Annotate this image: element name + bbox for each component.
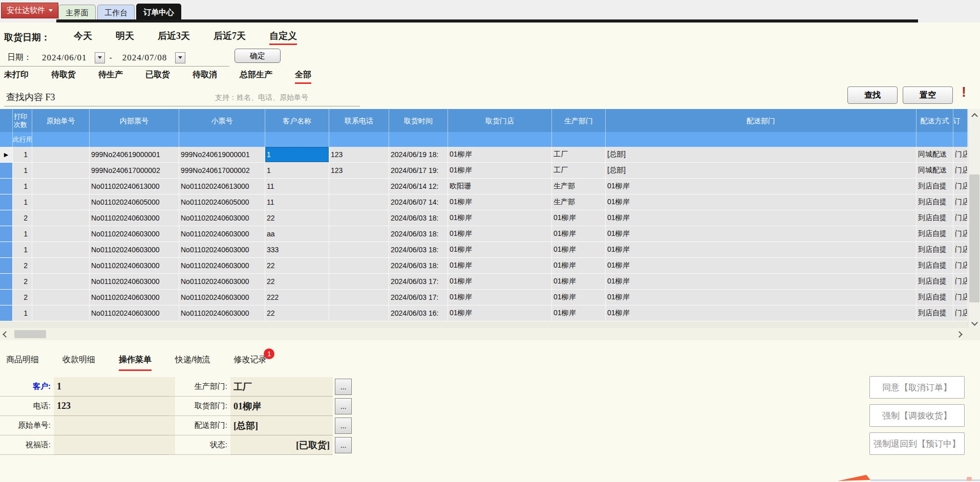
ellipsis-button[interactable]: ... [335, 398, 352, 414]
cell-delivery[interactable]: 01柳岸 [606, 258, 917, 274]
cell-customer[interactable]: 11 [265, 194, 329, 210]
detail-tab-商品明细[interactable]: 商品明细 [6, 355, 39, 371]
cell-delivery[interactable]: 01柳岸 [606, 242, 917, 258]
cell-store[interactable]: 01柳岸 [448, 194, 552, 210]
cell-time[interactable]: 2024/06/07 14: [389, 194, 448, 210]
table-row[interactable]: 2No011020240603000No01102024060300022202… [0, 210, 968, 226]
status-tab-全部[interactable]: 全部 [295, 70, 311, 84]
table-row[interactable]: 1No011020240603000No01102024060300022202… [0, 305, 968, 321]
cell-method[interactable]: 到店自提 [917, 210, 953, 226]
cell-method[interactable]: 到店自提 [917, 305, 953, 321]
cell-ticket[interactable]: No011020240613000 [179, 179, 265, 194]
cell-store[interactable]: 01柳岸 [448, 210, 552, 226]
cell-phone[interactable]: 123 [329, 147, 389, 163]
cell-internal[interactable]: No011020240605000 [90, 194, 179, 210]
column-header[interactable]: 取货时间 [389, 109, 448, 132]
cell-production[interactable]: 01柳岸 [552, 258, 606, 274]
cell-phone[interactable] [329, 194, 389, 210]
cell-ticket[interactable]: No011020240603000 [179, 290, 265, 305]
cell-store[interactable]: 01柳岸 [448, 290, 552, 305]
cell-type[interactable]: 门店 [953, 242, 968, 258]
confirm-button[interactable]: 确定 [235, 49, 281, 63]
status-tab-待取货[interactable]: 待取货 [51, 70, 76, 84]
cell-phone[interactable] [329, 242, 389, 258]
column-header[interactable]: 内部票号 [90, 109, 179, 132]
cell-method[interactable]: 到店自提 [917, 242, 953, 258]
cell-ticket[interactable]: No011020240605000 [179, 194, 265, 210]
form-field[interactable]: 1 [54, 377, 175, 397]
cell-ticket[interactable]: No011020240603000 [179, 242, 265, 258]
cell-phone[interactable]: 123 [329, 163, 389, 179]
cell-customer[interactable]: 22 [265, 258, 329, 274]
filter-cell[interactable] [389, 132, 448, 147]
form-field[interactable]: 01柳岸 [230, 397, 333, 416]
status-tab-未打印[interactable]: 未打印 [4, 70, 29, 84]
column-header[interactable]: 客户名称 [265, 109, 329, 132]
cell-method[interactable]: 到店自提 [917, 194, 953, 210]
cell-original[interactable] [32, 258, 90, 274]
cell-phone[interactable] [329, 274, 389, 290]
column-header[interactable]: 取货门店 [448, 109, 552, 132]
detail-tab-操作菜单[interactable]: 操作菜单 [119, 355, 152, 371]
cell-time[interactable]: 2024/06/03 17: [389, 290, 448, 305]
cell-delivery[interactable]: [总部] [606, 163, 917, 179]
date-option[interactable]: 明天 [116, 30, 134, 45]
cell-production[interactable]: 生产部 [552, 194, 606, 210]
cell-internal[interactable]: No011020240603000 [90, 290, 179, 305]
filter-cell[interactable] [448, 132, 552, 147]
cell-production[interactable]: 01柳岸 [552, 242, 606, 258]
table-row[interactable]: 2No011020240603000No01102024060300022202… [0, 274, 968, 290]
ellipsis-button[interactable]: ... [335, 379, 352, 395]
date-to-dropdown-button[interactable] [175, 52, 185, 63]
cell-type[interactable]: 门店 [953, 305, 968, 321]
cell-original[interactable] [32, 179, 90, 194]
cell-store[interactable]: 01柳岸 [448, 226, 552, 242]
date-option[interactable]: 后近7天 [214, 30, 246, 45]
cell-store[interactable]: 01柳岸 [448, 163, 552, 179]
cell-type[interactable]: 门店 [953, 147, 968, 163]
table-row[interactable]: ▶1999No240619000001999No2406190000011123… [0, 147, 968, 163]
cell-ticket[interactable]: No011020240603000 [179, 305, 265, 321]
cell-customer[interactable]: aa [265, 226, 329, 242]
cell-time[interactable]: 2024/06/14 12: [389, 179, 448, 194]
cell-production[interactable]: 01柳岸 [552, 274, 606, 290]
filter-cell[interactable] [953, 132, 968, 147]
scroll-up-button[interactable] [968, 109, 980, 120]
filter-cell[interactable] [329, 132, 389, 147]
cell-type[interactable]: 门店 [953, 179, 968, 194]
table-row[interactable]: 2No011020240603000No01102024060300022220… [0, 290, 968, 305]
ellipsis-button[interactable]: ... [335, 437, 352, 453]
date-option[interactable]: 自定义 [269, 30, 297, 45]
cell-original[interactable] [32, 305, 90, 321]
cell-ticket[interactable]: 999No240617000002 [179, 163, 265, 179]
cell-time[interactable]: 2024/06/03 18: [389, 242, 448, 258]
cell-store[interactable]: 01柳岸 [448, 242, 552, 258]
cell-method[interactable]: 到店自提 [917, 290, 953, 305]
form-field[interactable]: [总部] [230, 416, 333, 435]
cell-print[interactable]: 1 [13, 305, 32, 321]
cell-customer[interactable]: 22 [265, 305, 329, 321]
cell-store[interactable]: 01柳岸 [448, 258, 552, 274]
cell-method[interactable]: 到店自提 [917, 179, 953, 194]
row-marker-header[interactable] [0, 109, 13, 132]
cell-time[interactable]: 2024/06/03 16: [389, 305, 448, 321]
table-row[interactable]: 1999No240617000002999No24061700000211232… [0, 163, 968, 179]
cell-delivery[interactable]: [总部] [606, 147, 917, 163]
cell-store[interactable]: 01柳岸 [448, 305, 552, 321]
scroll-right-button[interactable] [953, 328, 965, 340]
window-tab-订单中心[interactable]: 订单中心 [136, 4, 181, 20]
cell-customer[interactable]: 333 [265, 242, 329, 258]
filter-cell[interactable] [0, 132, 13, 147]
filter-cell[interactable] [917, 132, 953, 147]
table-vertical-scrollbar[interactable] [968, 109, 980, 328]
cell-type[interactable]: 门店 [953, 163, 968, 179]
clear-button[interactable]: 置空 [903, 86, 953, 104]
table-row[interactable]: 2No011020240603000No01102024060300022202… [0, 258, 968, 274]
window-tab-主界面[interactable]: 主界面 [58, 5, 96, 20]
date-from-value[interactable]: 2024/06/01 [42, 53, 87, 63]
date-to-value[interactable]: 2024/07/08 [122, 53, 167, 63]
cell-type[interactable]: 门店 [953, 226, 968, 242]
scroll-down-button[interactable] [968, 317, 980, 328]
cell-ticket[interactable]: No011020240603000 [179, 210, 265, 226]
action-button-2[interactable]: 强制【调拨收货】 [869, 404, 965, 427]
